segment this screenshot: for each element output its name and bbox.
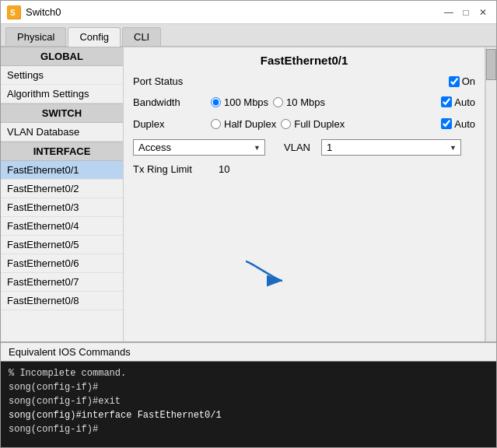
titlebar-left: S Switch0: [7, 5, 61, 19]
duplex-half-group: Half Duplex: [211, 118, 276, 130]
port-status-label: Port Status: [133, 75, 211, 87]
blue-arrow-annotation: [242, 257, 289, 294]
bandwidth-100-group: 100 Mbps: [211, 96, 268, 108]
tx-ring-label: Tx Ring Limit: [133, 163, 211, 175]
svg-text:S: S: [10, 9, 16, 17]
tab-physical[interactable]: Physical: [5, 27, 66, 46]
ios-line-4: song(config)#interface FastEthernet0/1: [9, 408, 488, 422]
mode-select-wrapper: Access Trunk: [133, 139, 265, 156]
ios-line-3: song(config-if)#exit: [9, 394, 488, 408]
close-button[interactable]: ✕: [476, 5, 490, 19]
config-area: FastEthernet0/1 Port Status On Bandwidth: [124, 47, 496, 341]
sidebar-header-switch: SWITCH: [1, 103, 123, 123]
right-panel: FastEthernet0/1 Port Status On Bandwidth: [124, 47, 496, 341]
mode-vlan-row: Access Trunk: [124, 135, 485, 160]
mode-select[interactable]: Access Trunk: [133, 139, 265, 156]
tx-ring-row: Tx Ring Limit 10: [124, 160, 485, 178]
tab-cli[interactable]: CLI: [122, 27, 161, 46]
sidebar-item-vlan-database[interactable]: VLAN Database: [1, 123, 123, 142]
titlebar-controls: — □ ✕: [442, 5, 490, 19]
sidebar-item-fastethernet08[interactable]: FastEthernet0/8: [1, 292, 123, 310]
bandwidth-100-label: 100 Mbps: [224, 96, 268, 108]
duplex-auto-label: Auto: [454, 118, 475, 130]
bandwidth-10-radio[interactable]: [273, 97, 283, 107]
sidebar-scroll[interactable]: GLOBAL Settings Algorithm Settings SWITC…: [1, 47, 123, 341]
port-status-row: Port Status On: [124, 72, 485, 91]
duplex-controls: Half Duplex Full Duplex Auto: [211, 118, 475, 130]
main-content: GLOBAL Settings Algorithm Settings SWITC…: [1, 47, 496, 341]
vlan-label: VLAN: [284, 142, 310, 153]
ios-line-5: song(config-if)#: [9, 422, 488, 436]
config-scrollbar[interactable]: [485, 47, 496, 341]
tx-ring-value: 10: [219, 163, 229, 175]
bandwidth-10-group: 10 Mbps: [273, 96, 325, 108]
minimize-button[interactable]: —: [442, 5, 456, 19]
sidebar-item-settings[interactable]: Settings: [1, 66, 123, 85]
sidebar-item-algorithm-settings[interactable]: Algorithm Settings: [1, 85, 123, 103]
sidebar-item-fastethernet04[interactable]: FastEthernet0/4: [1, 217, 123, 236]
duplex-row: Duplex Half Duplex Full Duplex: [124, 113, 485, 135]
bottom-panel: Equivalent IOS Commands % Incomplete com…: [1, 341, 496, 447]
bandwidth-row: Bandwidth 100 Mbps 10 Mbps: [124, 91, 485, 113]
titlebar: S Switch0 — □ ✕: [1, 1, 496, 24]
port-status-checkbox-label: On: [462, 75, 475, 87]
tab-config[interactable]: Config: [68, 27, 121, 47]
bandwidth-controls: 100 Mbps 10 Mbps Auto: [211, 96, 475, 108]
sidebar-header-interface: INTERFACE: [1, 142, 123, 161]
duplex-auto-checkbox[interactable]: [441, 118, 452, 129]
tabbar: Physical Config CLI: [1, 24, 496, 47]
panel-title: FastEthernet0/1: [124, 47, 485, 72]
ios-line-2: song(config-if)#: [9, 380, 488, 394]
sidebar-item-fastethernet02[interactable]: FastEthernet0/2: [1, 180, 123, 198]
sidebar-item-fastethernet01[interactable]: FastEthernet0/1: [1, 161, 123, 180]
vlan-select[interactable]: 1: [321, 139, 461, 156]
bandwidth-100-radio[interactable]: [211, 97, 221, 107]
app-icon: S: [7, 5, 21, 19]
duplex-auto-group: Auto: [441, 118, 475, 130]
duplex-full-radio[interactable]: [281, 119, 291, 129]
duplex-label: Duplex: [133, 118, 211, 130]
sidebar-item-fastethernet03[interactable]: FastEthernet0/3: [1, 198, 123, 217]
port-status-checkbox[interactable]: [449, 76, 460, 87]
config-scrollbar-thumb: [486, 49, 496, 80]
sidebar: GLOBAL Settings Algorithm Settings SWITC…: [1, 47, 124, 341]
window-title: Switch0: [26, 6, 61, 18]
bandwidth-auto-group: Auto: [441, 96, 475, 108]
main-window: S Switch0 — □ ✕ Physical Config CLI GLOB…: [0, 0, 497, 448]
duplex-full-group: Full Duplex: [281, 118, 345, 130]
bandwidth-10-label: 10 Mbps: [286, 96, 325, 108]
sidebar-item-fastethernet07[interactable]: FastEthernet0/7: [1, 273, 123, 292]
sidebar-item-fastethernet05[interactable]: FastEthernet0/5: [1, 236, 123, 254]
duplex-half-radio[interactable]: [211, 119, 221, 129]
maximize-button[interactable]: □: [459, 5, 473, 19]
bandwidth-auto-label: Auto: [454, 96, 475, 108]
bandwidth-auto-checkbox[interactable]: [441, 96, 452, 107]
bottom-panel-title: Equivalent IOS Commands: [1, 343, 496, 361]
duplex-full-label: Full Duplex: [294, 118, 345, 130]
vlan-select-wrapper: 1: [321, 139, 461, 156]
ios-line-1: % Incomplete command.: [9, 366, 488, 380]
sidebar-item-fastethernet06[interactable]: FastEthernet0/6: [1, 254, 123, 273]
ios-commands-panel[interactable]: % Incomplete command. song(config-if)# s…: [1, 362, 496, 447]
duplex-half-label: Half Duplex: [224, 118, 276, 130]
sidebar-header-global: GLOBAL: [1, 47, 123, 66]
config-panel: FastEthernet0/1 Port Status On Bandwidth: [124, 47, 485, 341]
port-status-checkbox-group: On: [449, 75, 475, 87]
bandwidth-label: Bandwidth: [133, 96, 211, 108]
